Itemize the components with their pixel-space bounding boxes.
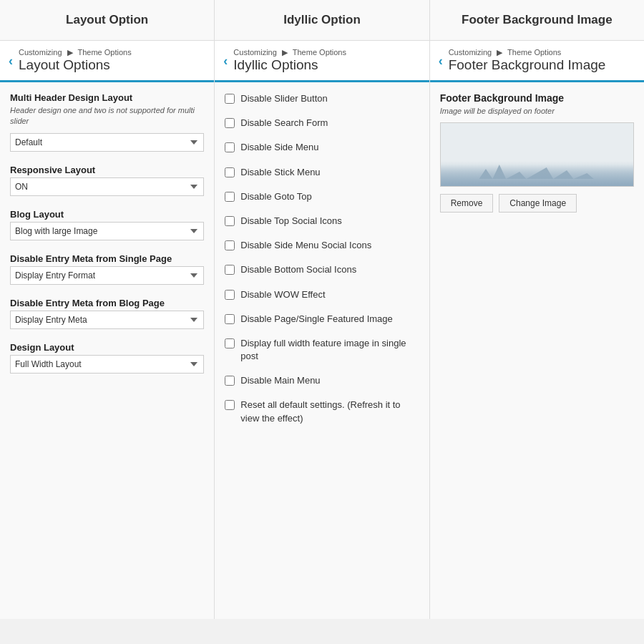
blog-layout-title: Blog Layout xyxy=(10,209,204,220)
entry-meta-blog-select[interactable]: Display Entry Meta xyxy=(10,311,204,329)
entry-meta-single-title: Disable Entry Meta from Single Page xyxy=(10,253,204,264)
checkbox-disable-main-menu-label[interactable]: Disable Main Menu xyxy=(240,374,320,387)
panel-footer-bg: ‹ Customizing ▶ Theme Options Footer Bac… xyxy=(430,41,644,619)
change-image-button[interactable]: Change Image xyxy=(499,194,577,213)
header-idyllic-option: Idyllic Option xyxy=(215,0,429,40)
header-footer-bg: Footer Background Image xyxy=(430,0,644,40)
checkbox-disable-featured-input[interactable] xyxy=(225,314,235,324)
checkbox-disable-side-social-input[interactable] xyxy=(225,240,235,250)
checkbox-disable-stick-menu-input[interactable] xyxy=(225,167,235,177)
breadcrumb-text-footer: Customizing ▶ Theme Options Footer Backg… xyxy=(449,48,606,73)
back-arrow-layout[interactable]: ‹ xyxy=(9,54,13,67)
breadcrumb-title-footer: Footer Background Image xyxy=(449,57,606,73)
breadcrumb-footer: ‹ Customizing ▶ Theme Options Footer Bac… xyxy=(430,41,644,82)
checkbox-disable-bottom-social: Disable Bottom Social Icons xyxy=(225,263,419,276)
checkbox-disable-search-label[interactable]: Disable Search Form xyxy=(240,117,328,130)
panel-layout-options: ‹ Customizing ▶ Theme Options Layout Opt… xyxy=(0,41,215,619)
panel-content-layout: Multi Header Design Layout Header design… xyxy=(0,82,214,619)
checkbox-display-fullwidth: Display full width feature image in sing… xyxy=(225,337,419,363)
form-group-multi-header: Multi Header Design Layout Header design… xyxy=(10,92,204,152)
checkbox-disable-top-social-input[interactable] xyxy=(225,216,235,226)
checkbox-disable-wow-input[interactable] xyxy=(225,290,235,300)
multi-header-desc: Header design one and two is not support… xyxy=(10,105,204,127)
checkbox-disable-main-menu-input[interactable] xyxy=(225,376,235,386)
breadcrumb-layout: ‹ Customizing ▶ Theme Options Layout Opt… xyxy=(0,41,214,82)
breadcrumb-idyllic: ‹ Customizing ▶ Theme Options Idyllic Op… xyxy=(215,41,429,82)
panels-container: ‹ Customizing ▶ Theme Options Layout Opt… xyxy=(0,41,644,619)
breadcrumb-path-layout: Customizing ▶ Theme Options xyxy=(19,48,132,57)
checkbox-disable-bottom-social-label[interactable]: Disable Bottom Social Icons xyxy=(240,263,356,276)
checkbox-disable-search-input[interactable] xyxy=(225,118,235,128)
checkbox-disable-top-social: Disable Top Social Icons xyxy=(225,215,419,228)
responsive-layout-title: Responsive Layout xyxy=(10,165,204,175)
header-layout-option: Layout Option xyxy=(0,0,215,40)
checkbox-disable-goto-top: Disable Goto Top xyxy=(225,190,419,203)
checkbox-reset-default-input[interactable] xyxy=(225,400,235,410)
footer-image-buttons: Remove Change Image xyxy=(440,194,634,213)
design-layout-select[interactable]: Full Width Layout xyxy=(10,355,204,374)
panel-content-footer: Footer Background Image Image will be di… xyxy=(430,82,644,619)
checkbox-disable-stick-menu-label[interactable]: Disable Stick Menu xyxy=(240,166,320,179)
entry-meta-blog-title: Disable Entry Meta from Blog Page xyxy=(10,298,204,308)
breadcrumb-title-layout: Layout Options xyxy=(19,57,132,73)
remove-image-button[interactable]: Remove xyxy=(440,194,494,213)
breadcrumb-title-idyllic: Idyllic Options xyxy=(233,57,346,73)
entry-meta-single-select[interactable]: Display Entry Format xyxy=(10,266,204,285)
design-layout-title: Design Layout xyxy=(10,342,204,353)
footer-image-title: Footer Background Image xyxy=(440,92,634,104)
checkbox-display-fullwidth-label[interactable]: Display full width feature image in sing… xyxy=(240,337,419,363)
checkbox-display-fullwidth-input[interactable] xyxy=(225,338,235,348)
form-group-blog-layout: Blog Layout Blog with large Image xyxy=(10,209,204,240)
checkbox-disable-featured-label[interactable]: Disable Page/Single Featured Image xyxy=(240,313,392,326)
back-arrow-idyllic[interactable]: ‹ xyxy=(223,54,228,67)
checkbox-disable-featured: Disable Page/Single Featured Image xyxy=(225,313,419,326)
top-header-bar: Layout Option Idyllic Option Footer Back… xyxy=(0,0,644,41)
checkbox-disable-wow: Disable WOW Effect xyxy=(225,288,419,301)
footer-image-desc: Image will be displayed on footer xyxy=(440,107,634,115)
checkbox-disable-side-menu-input[interactable] xyxy=(225,142,235,152)
multi-header-title: Multi Header Design Layout xyxy=(10,92,204,103)
blog-layout-select[interactable]: Blog with large Image xyxy=(10,222,204,240)
checkbox-disable-stick-menu: Disable Stick Menu xyxy=(225,166,419,179)
checkbox-disable-search: Disable Search Form xyxy=(225,117,419,130)
checkbox-disable-top-social-label[interactable]: Disable Top Social Icons xyxy=(240,215,341,228)
form-group-entry-meta-blog: Disable Entry Meta from Blog Page Displa… xyxy=(10,298,204,329)
breadcrumb-text-layout: Customizing ▶ Theme Options Layout Optio… xyxy=(19,48,132,73)
panel-content-idyllic: Disable Slider Button Disable Search For… xyxy=(215,82,429,619)
checkbox-disable-side-social: Disable Side Menu Social Icons xyxy=(225,239,419,252)
checkbox-disable-goto-top-input[interactable] xyxy=(225,192,235,202)
form-group-responsive: Responsive Layout ON xyxy=(10,165,204,196)
checkbox-disable-slider-label[interactable]: Disable Slider Button xyxy=(240,92,327,105)
panel-idyllic-options: ‹ Customizing ▶ Theme Options Idyllic Op… xyxy=(215,41,429,619)
checkbox-reset-default: Reset all default settings. (Refresh it … xyxy=(225,399,419,424)
checkbox-disable-bottom-social-input[interactable] xyxy=(225,265,235,275)
multi-header-select[interactable]: Default xyxy=(10,133,204,152)
checkbox-disable-side-menu-label[interactable]: Disable Side Menu xyxy=(240,141,318,154)
breadcrumb-path-footer: Customizing ▶ Theme Options xyxy=(449,48,606,57)
footer-image-preview xyxy=(440,122,634,187)
checkbox-disable-side-menu: Disable Side Menu xyxy=(225,141,419,154)
checkbox-disable-goto-top-label[interactable]: Disable Goto Top xyxy=(240,190,312,203)
responsive-layout-select[interactable]: ON xyxy=(10,177,204,196)
checkbox-disable-wow-label[interactable]: Disable WOW Effect xyxy=(240,288,325,301)
checkbox-disable-slider: Disable Slider Button xyxy=(225,92,419,105)
checkbox-reset-default-label[interactable]: Reset all default settings. (Refresh it … xyxy=(240,399,419,424)
breadcrumb-path-idyllic: Customizing ▶ Theme Options xyxy=(233,48,346,57)
breadcrumb-text-idyllic: Customizing ▶ Theme Options Idyllic Opti… xyxy=(233,48,346,73)
checkbox-disable-side-social-label[interactable]: Disable Side Menu Social Icons xyxy=(240,239,371,252)
checkbox-disable-slider-input[interactable] xyxy=(225,94,235,104)
back-arrow-footer[interactable]: ‹ xyxy=(439,54,443,67)
checkbox-disable-main-menu: Disable Main Menu xyxy=(225,374,419,387)
form-group-entry-meta-single: Disable Entry Meta from Single Page Disp… xyxy=(10,253,204,285)
form-group-design-layout: Design Layout Full Width Layout xyxy=(10,342,204,374)
